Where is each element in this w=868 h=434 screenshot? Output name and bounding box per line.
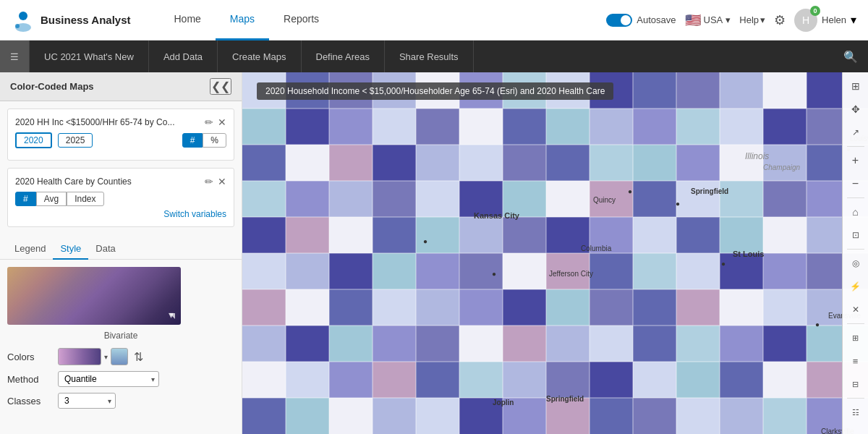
home-button[interactable]: ⌂ (845, 201, 867, 223)
help-label: Help (739, 14, 759, 25)
svg-rect-40 (633, 145, 676, 181)
svg-rect-39 (590, 145, 633, 181)
sec-nav-define-areas[interactable]: Define Areas (302, 41, 385, 72)
svg-rect-48 (373, 181, 416, 217)
method-label: Method (7, 374, 58, 385)
method-select[interactable]: Quantile Natural Breaks Equal Interval (58, 371, 159, 387)
layer-card-1: 2020 HH Inc <$15000/HHr 65-74 by Co... ✏… (7, 109, 234, 161)
settings-button[interactable]: ⚙ (774, 12, 786, 28)
svg-rect-75 (329, 253, 373, 289)
annotation-button[interactable]: ✕ (845, 299, 867, 320)
autosave-switch[interactable] (606, 14, 632, 27)
nav-reports[interactable]: Reports (269, 0, 333, 41)
svg-rect-20 (373, 109, 416, 145)
layers-button[interactable]: ⊞ (845, 327, 867, 349)
svg-rect-123 (590, 362, 633, 398)
svg-rect-103 (329, 326, 373, 362)
svg-rect-82 (633, 253, 676, 289)
svg-text:Springfield: Springfield (546, 395, 584, 403)
zoom-out-button[interactable]: − (845, 173, 867, 195)
color-swatch-primary[interactable] (58, 348, 101, 365)
colors-label: Colors (7, 352, 58, 362)
tab-data[interactable]: Data (88, 240, 122, 260)
pan-button[interactable]: ✥ (845, 98, 867, 120)
measure-button[interactable]: ⚡ (845, 276, 867, 297)
color-swatch-wrap: ▾ ⇅ (58, 348, 143, 365)
svg-text:Quincy: Quincy (593, 196, 616, 204)
classes-select[interactable]: 2 3 4 5 (58, 393, 116, 409)
legend-button[interactable]: ☷ (845, 401, 867, 423)
map-canvas: .c1{fill:#b0b8e0} .c2{fill:#8890c8} .c3{… (242, 72, 868, 434)
autosave-toggle[interactable]: Autosave (606, 14, 676, 27)
svg-rect-110 (633, 326, 676, 362)
svg-rect-69 (676, 217, 720, 253)
zoom-in-button[interactable]: + (845, 150, 867, 171)
layer1-close-button[interactable]: ✕ (218, 116, 226, 128)
sidebar-title: Color-Coded Maps (10, 81, 94, 92)
user-menu[interactable]: H 0 Helen ▾ (794, 9, 856, 32)
table-button[interactable]: ⊟ (845, 373, 867, 395)
extent-button[interactable]: ⊡ (845, 224, 867, 246)
layer1-edit-button[interactable]: ✏ (205, 116, 213, 128)
svg-rect-109 (590, 326, 633, 362)
layer2-hash-button[interactable]: # (15, 192, 36, 206)
svg-rect-125 (676, 362, 720, 398)
svg-rect-36 (459, 145, 503, 181)
bivariate-selector[interactable]: ▾ (7, 267, 181, 328)
toolbar-divider-4 (847, 323, 864, 324)
layer1-header: 2020 HH Inc <$15000/HHr 65-74 by Co... ✏… (15, 116, 226, 128)
help-button[interactable]: Help ▾ (739, 14, 765, 25)
svg-rect-63 (416, 217, 459, 253)
sec-nav-add-data[interactable]: Add Data (149, 41, 218, 72)
svg-rect-113 (763, 326, 807, 362)
svg-rect-130 (286, 398, 329, 434)
svg-rect-122 (546, 362, 590, 398)
sec-nav-menu[interactable]: ☰ (0, 41, 30, 72)
layer2-format-buttons: # Avg Index (15, 192, 226, 206)
svg-rect-17 (242, 109, 286, 145)
sec-nav-share-results[interactable]: Share Results (385, 41, 474, 72)
switch-variables-link[interactable]: Switch variables (15, 209, 226, 219)
format-hash-button[interactable]: # (182, 133, 203, 148)
country-chevron-icon: ▾ (726, 14, 731, 25)
collapse-button[interactable]: ❮❮ (210, 78, 231, 95)
layer2-index-button[interactable]: Index (67, 192, 103, 206)
svg-rect-34 (373, 145, 416, 181)
color-swatch-secondary[interactable] (111, 348, 128, 365)
nav-home[interactable]: Home (160, 0, 216, 41)
select-button[interactable]: ↗ (845, 122, 867, 143)
sec-nav-uc2021[interactable]: UC 2021 What's New (30, 41, 149, 72)
format-percent-button[interactable]: % (203, 133, 226, 148)
country-selector[interactable]: 🇺🇸 USA ▾ (685, 12, 731, 28)
map-area[interactable]: 2020 Household Income < $15,000/Househol… (242, 72, 868, 434)
user-chevron-icon: ▾ (851, 13, 856, 27)
top-nav: Business Analyst Home Maps Reports Autos… (0, 0, 868, 41)
year-2020-button[interactable]: 2020 (15, 132, 52, 148)
sec-nav-create-maps[interactable]: Create Maps (218, 41, 301, 72)
svg-point-0 (19, 12, 27, 20)
svg-text:Columbia: Columbia (581, 244, 612, 252)
search-button[interactable]: 🔍 (833, 50, 868, 64)
bivariate-preview[interactable]: ▾ (7, 267, 181, 325)
layer2-close-button[interactable]: ✕ (218, 176, 226, 187)
list-button[interactable]: ≡ (845, 350, 867, 372)
tab-legend[interactable]: Legend (7, 240, 53, 260)
svg-text:Joplin: Joplin (493, 399, 514, 407)
svg-point-2 (15, 24, 20, 28)
locate-button[interactable]: ◎ (845, 252, 867, 274)
grid-button[interactable]: ⊞ (845, 75, 867, 97)
tab-style[interactable]: Style (53, 240, 88, 260)
svg-text:●: ● (492, 270, 496, 278)
layer2-avg-button[interactable]: Avg (36, 192, 67, 206)
svg-rect-37 (503, 145, 546, 181)
svg-rect-121 (503, 362, 546, 398)
layer2-edit-button[interactable]: ✏ (205, 176, 213, 187)
svg-rect-12 (633, 72, 676, 109)
year-2025-button[interactable]: 2025 (58, 133, 93, 148)
svg-rect-13 (676, 72, 720, 109)
nav-maps[interactable]: Maps (216, 0, 269, 41)
svg-rect-105 (416, 326, 459, 362)
svg-rect-61 (329, 217, 373, 253)
swatch-dropdown-icon[interactable]: ▾ (104, 353, 108, 361)
swap-colors-button[interactable]: ⇅ (134, 350, 143, 364)
